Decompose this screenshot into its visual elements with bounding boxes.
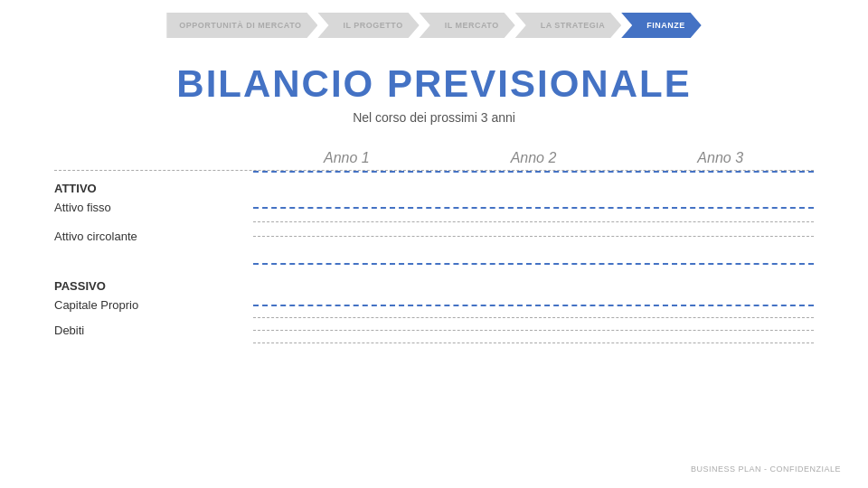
balance-table: Anno 1 Anno 2 Anno 3 ATTIVO Attivo fisso (54, 150, 814, 343)
table-row-capitale-proprio: Capitale Proprio (54, 298, 814, 312)
nav-label-finanze: FINANZE (621, 13, 702, 38)
attivo-fisso-label: Attivo fisso (54, 201, 253, 214)
table-header-row: Anno 1 Anno 2 Anno 3 (253, 150, 814, 166)
attivo-fisso-dashed (253, 216, 814, 228)
section-attivo-header: ATTIVO (54, 173, 814, 199)
nav-breadcrumb: OPPORTUNITÀ DI MERCATO IL PROGETTO IL ME… (0, 0, 868, 38)
passivo-label: PASSIVO (54, 270, 253, 296)
nav-step-progetto[interactable]: IL PROGETTO (317, 13, 419, 38)
capitale-proprio-dashed-row (253, 317, 814, 318)
nav-label-mercato: IL MERCATO (420, 13, 515, 38)
attivo-circolante-dashed-line (253, 236, 814, 237)
attivo-fisso-line-blue (253, 207, 814, 209)
attivo-fisso-dashed-line (253, 221, 814, 222)
debiti-second-line (253, 343, 814, 343)
nav-step-opportunita[interactable]: OPPORTUNITÀ DI MERCATO (166, 13, 317, 38)
table-row-attivo-fisso: Attivo fisso (54, 201, 814, 214)
attivo-label: ATTIVO (54, 173, 253, 199)
nav-step-strategia[interactable]: LA STRATEGIA (515, 13, 622, 38)
section-passivo-header: PASSIVO (54, 270, 814, 296)
spacer1 (54, 245, 814, 258)
section-separator (253, 263, 814, 265)
col-header-anno3: Anno 3 (627, 150, 814, 166)
nav-label-progetto: IL PROGETTO (317, 13, 419, 38)
passivo-separator-blue (253, 263, 814, 265)
table-row-debiti: Debiti (54, 324, 814, 337)
debiti-label: Debiti (54, 324, 253, 337)
footer: BUSINESS PLAN - CONFIDENZIALE (691, 465, 841, 474)
col-header-anno2: Anno 2 (440, 150, 627, 166)
attivo-circolante-label: Attivo circolante (54, 230, 253, 243)
page-subtitle: Nel corso dei prossimi 3 anni (54, 110, 814, 125)
nav-label-strategia: LA STRATEGIA (515, 13, 622, 38)
nav-step-finanze[interactable]: FINANZE (621, 13, 702, 38)
footer-text: BUSINESS PLAN - CONFIDENZIALE (691, 465, 841, 474)
nav-step-mercato[interactable]: IL MERCATO (420, 13, 515, 38)
table-row-attivo-circolante: Attivo circolante (54, 230, 814, 243)
capitale-proprio-dashed-line (253, 317, 814, 318)
main-content: BILANCIO PREVISIONALE Nel corso dei pros… (0, 38, 868, 343)
col-header-anno1: Anno 1 (253, 150, 440, 166)
debiti-dashed-line2 (253, 343, 814, 343)
debiti-dashed-line (253, 330, 814, 331)
capitale-proprio-label: Capitale Proprio (54, 298, 253, 312)
page-title: BILANCIO PREVISIONALE (54, 63, 814, 105)
capitale-proprio-blue-line (253, 305, 814, 306)
nav-label-opportunita: OPPORTUNITÀ DI MERCATO (166, 13, 317, 38)
